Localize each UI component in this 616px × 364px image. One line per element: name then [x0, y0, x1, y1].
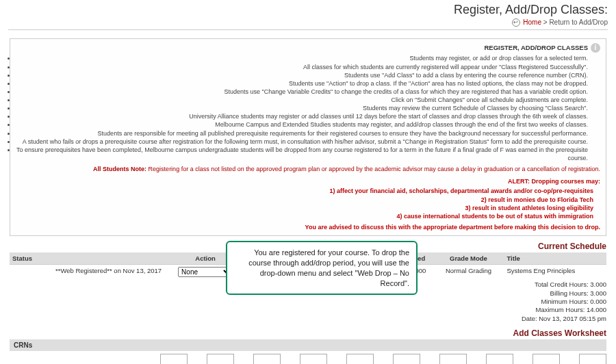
info-item: All classes for which students are curre… [16, 63, 588, 71]
credits-label: Billing Hours: [513, 289, 589, 298]
cell-grade-mode: Normal Grading [433, 265, 504, 280]
credits-value: 14.000 [587, 306, 606, 313]
page-title: Register, Add/Drop Classes: [0, 0, 616, 18]
info-item: Students may review the current Schedule… [16, 104, 588, 112]
crn-input[interactable] [300, 354, 327, 364]
col-grade-mode: Grade Mode [433, 252, 504, 265]
alert-item: 4) cause international students to be ou… [16, 212, 593, 220]
credits-value: Nov 13, 2017 05:15 pm [539, 315, 606, 322]
col-title: Title [504, 252, 606, 265]
info-item: Students use "Add Class" to add a class … [16, 71, 588, 79]
crn-input[interactable] [532, 354, 560, 364]
info-item: Students are responsible for meeting all… [16, 129, 588, 138]
alert-list: 1) affect your financial aid, scholarshi… [16, 187, 600, 220]
info-item: Students may register, or add or drop cl… [16, 54, 588, 62]
col-status: Status [10, 252, 164, 265]
credits-label: Minimum Hours: [513, 298, 589, 306]
worksheet-title: Add Classes Worksheet [0, 324, 616, 338]
cell-title: Systems Eng Principles [504, 265, 606, 280]
advice-text: You are advised to discuss this with the… [16, 223, 600, 231]
credits-label: Total Credit Hours: [513, 281, 589, 289]
crn-input[interactable] [207, 354, 234, 364]
info-icon: i [591, 43, 600, 53]
note-text: Registering for a class not listed on th… [146, 166, 600, 172]
info-item: Click on "Submit Changes" once all sched… [16, 96, 588, 104]
info-panel: REGISTER, ADD/DROP CLASSES i Students ma… [10, 38, 606, 236]
crn-input[interactable] [486, 354, 513, 364]
alert-item: 1) affect your financial aid, scholarshi… [16, 187, 593, 195]
credits-label: Maximum Hours: [509, 306, 585, 314]
info-item: A student who fails or drops a prerequis… [16, 138, 588, 146]
breadcrumb-home[interactable]: Home [523, 18, 541, 26]
alert-label: ALERT: Dropping courses may: [508, 178, 600, 185]
action-select[interactable]: None [178, 267, 233, 277]
crn-input[interactable] [160, 354, 188, 364]
crn-input[interactable] [253, 354, 281, 364]
breadcrumb-current: Return to Add/Drop [549, 18, 608, 26]
credits-value: 3.000 [590, 289, 606, 297]
info-item: Students use "Change Variable Credits" t… [16, 88, 588, 96]
breadcrumb-sep: > [543, 18, 548, 26]
credits-value: 3.000 [590, 281, 606, 288]
alert-item: 2) result in monies due to Florida Tech [16, 196, 593, 204]
crn-header: CRNs [10, 339, 606, 351]
credits-value: 0.000 [590, 298, 606, 305]
crn-input-row [10, 354, 606, 364]
crn-input[interactable] [393, 354, 420, 364]
crn-input[interactable] [439, 354, 467, 364]
info-heading: REGISTER, ADD/DROP CLASSES [485, 44, 589, 53]
info-item: University Alliance students may registe… [16, 112, 588, 120]
info-item: To ensure prerequisites have been comple… [16, 146, 588, 162]
callout-tip: You are registered for your course. To d… [226, 241, 418, 295]
info-item: Students use "Action" to drop a class. I… [16, 79, 588, 88]
credits-label: Date: [462, 315, 537, 323]
crn-input[interactable] [579, 354, 606, 364]
cell-status: **Web Registered** on Nov 13, 2017 [10, 265, 164, 280]
breadcrumb: ↩ Home > Return to Add/Drop [0, 18, 616, 29]
back-icon[interactable]: ↩ [512, 18, 520, 27]
info-item: Melbourne Campus and Extended Studies st… [16, 120, 588, 129]
note-label: All Students Note: [93, 166, 146, 172]
alert-item: 3) result in student athletes losing eli… [16, 204, 593, 212]
crn-input[interactable] [346, 354, 374, 364]
info-list: Students may register, or add or drop cl… [16, 54, 600, 162]
